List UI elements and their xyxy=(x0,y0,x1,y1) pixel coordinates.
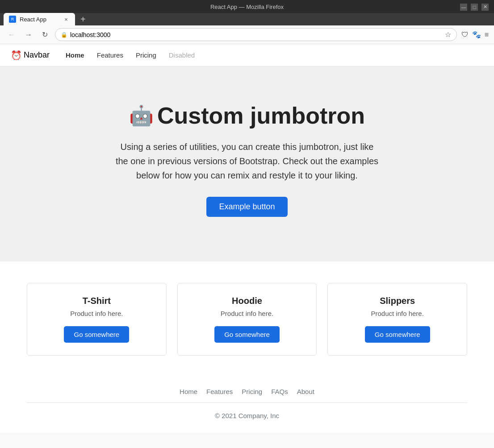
claw-icon[interactable]: 🐾 xyxy=(472,30,481,39)
nav-link-features[interactable]: Features xyxy=(92,49,129,62)
tab-favicon-letter: R xyxy=(11,17,14,21)
browser-tab[interactable]: R React App × xyxy=(4,13,75,25)
address-input-wrap: 🔒 ☆ xyxy=(55,28,457,41)
shield-toolbar-icon[interactable]: 🛡 xyxy=(461,31,469,39)
nav-link-disabled: Disabled xyxy=(163,49,200,62)
card-tshirt-button[interactable]: Go somewhere xyxy=(64,326,129,343)
footer-link-features[interactable]: Features xyxy=(206,388,233,395)
lock-icon: 🔒 xyxy=(61,32,67,38)
nav-link-home[interactable]: Home xyxy=(60,49,90,62)
window-controls: — □ ✕ xyxy=(460,4,489,11)
cards-section: T-Shirt Product info here. Go somewhere … xyxy=(0,261,494,377)
card-hoodie: Hoodie Product info here. Go somewhere xyxy=(177,283,317,356)
new-tab-button[interactable]: + xyxy=(77,13,89,25)
example-button[interactable]: Example button xyxy=(206,197,287,217)
forward-button[interactable]: → xyxy=(22,30,35,40)
footer-copyright: © 2021 Company, Inc xyxy=(0,403,494,428)
jumbotron-title: 🤖 Custom jumbotron xyxy=(18,102,476,129)
card-slippers-title: Slippers xyxy=(339,296,456,306)
footer-links: Home Features Pricing FAQs About xyxy=(0,388,494,402)
card-tshirt-text: Product info here. xyxy=(38,310,155,317)
browser-title: React App — Mozilla Firefox xyxy=(210,4,284,10)
footer-link-pricing[interactable]: Pricing xyxy=(242,388,262,395)
minimize-button[interactable]: — xyxy=(460,4,467,11)
card-slippers-button[interactable]: Go somewhere xyxy=(365,326,430,343)
tab-favicon: R xyxy=(9,16,16,23)
browser-chrome: React App — Mozilla Firefox — □ ✕ R Reac… xyxy=(0,0,494,432)
card-tshirt: T-Shirt Product info here. Go somewhere xyxy=(27,283,167,356)
nav-link-pricing[interactable]: Pricing xyxy=(130,49,162,62)
footer-link-home[interactable]: Home xyxy=(180,388,197,395)
card-hoodie-text: Product info here. xyxy=(188,310,306,317)
reload-button[interactable]: ↻ xyxy=(39,29,50,40)
card-slippers: Slippers Product info here. Go somewhere xyxy=(327,283,467,356)
bookmark-button[interactable]: ☆ xyxy=(445,30,451,39)
brand: ⏰ Navbar xyxy=(11,50,50,61)
webpage: ⏰ Navbar Home Features Pricing Disabled … xyxy=(0,44,494,432)
toolbar-icons: 🛡 🐾 ≡ xyxy=(461,30,489,39)
card-hoodie-button[interactable]: Go somewhere xyxy=(214,326,280,343)
jumbotron-description: Using a series of utilities, you can cre… xyxy=(113,140,381,183)
android-icon: 🤖 xyxy=(129,104,154,127)
card-hoodie-title: Hoodie xyxy=(188,296,306,306)
card-slippers-text: Product info here. xyxy=(339,310,456,317)
card-tshirt-title: T-Shirt xyxy=(38,296,155,306)
jumbotron: 🤖 Custom jumbotron Using a series of uti… xyxy=(0,66,494,261)
address-bar: ← → ↻ 🔒 ☆ 🛡 🐾 ≡ xyxy=(0,25,494,44)
tab-bar: R React App × + xyxy=(0,13,494,25)
footer-link-faqs[interactable]: FAQs xyxy=(271,388,288,395)
tab-close-button[interactable]: × xyxy=(63,16,70,23)
navbar: ⏰ Navbar Home Features Pricing Disabled xyxy=(0,44,494,66)
restore-button[interactable]: □ xyxy=(471,4,478,11)
footer-link-about[interactable]: About xyxy=(297,388,314,395)
menu-button[interactable]: ≡ xyxy=(485,31,489,39)
tab-label: React App xyxy=(20,16,46,23)
title-bar: React App — Mozilla Firefox — □ ✕ xyxy=(0,0,494,13)
close-window-button[interactable]: ✕ xyxy=(481,4,489,11)
brand-icon: ⏰ xyxy=(11,50,22,61)
address-input[interactable] xyxy=(70,31,442,38)
footer: Home Features Pricing FAQs About © 2021 … xyxy=(0,377,494,428)
back-button[interactable]: ← xyxy=(5,30,18,40)
jumbotron-title-text: Custom jumbotron xyxy=(157,102,365,129)
brand-label: Navbar xyxy=(24,50,50,60)
